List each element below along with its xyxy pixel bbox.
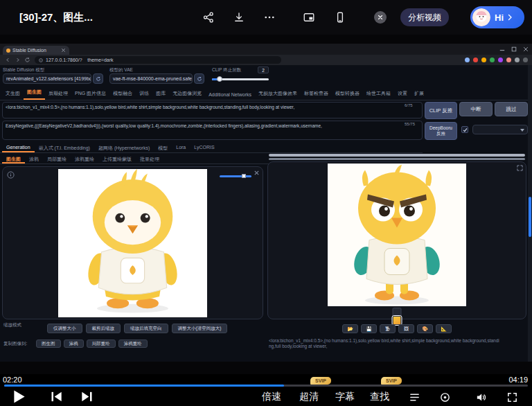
tab-txt2img[interactable]: 文生图	[2, 88, 24, 100]
page-scrollbar[interactable]	[528, 65, 532, 362]
tab-tag-inspector[interactable]: 标签检查器	[301, 88, 332, 100]
gen-tab-lora[interactable]: Lora	[172, 143, 190, 152]
tab-extras[interactable]: 后期处理	[45, 88, 71, 100]
playback-speed-button[interactable]: 倍速	[262, 391, 281, 403]
window-controls[interactable]	[499, 46, 529, 52]
brush-size-slider[interactable]	[220, 175, 251, 177]
imgtab-batch[interactable]: 批量处理	[136, 154, 163, 164]
copy-to-img2img-button[interactable]: 图生图	[36, 339, 61, 348]
tab-extensions[interactable]: 扩展	[411, 88, 427, 100]
fullscreen-preview-icon[interactable]	[517, 165, 523, 171]
assistant-button[interactable]: Hi	[470, 6, 524, 28]
send-to-img2img-button[interactable]: 🖼	[398, 324, 414, 333]
imgtab-inpaint-sketch[interactable]: 涂鸦重绘	[71, 154, 98, 164]
extension-icon[interactable]	[515, 58, 520, 62]
subtitle-button[interactable]: 字幕	[335, 391, 355, 403]
slider-handle[interactable]	[242, 174, 246, 178]
tab-train[interactable]: 训练	[136, 88, 152, 100]
volume-icon[interactable]	[475, 391, 487, 403]
interrogate-deepbooru-button[interactable]: DeepBooru 反推	[425, 122, 457, 140]
quality-button[interactable]: 超清	[299, 391, 319, 403]
capture-icon[interactable]	[439, 391, 451, 403]
url-bar[interactable]: 127.0.0.1:7860/?__theme=dark	[35, 56, 281, 64]
previous-episode-button[interactable]	[51, 391, 63, 402]
tab-upscale[interactable]: 无损放大图像效果	[255, 88, 301, 100]
minimize-icon[interactable]	[499, 46, 505, 52]
extension-icon[interactable]	[465, 58, 470, 62]
playlist-icon[interactable]	[409, 391, 420, 403]
imgtab-inpaint-upload[interactable]: 上传重绘蒙版	[98, 154, 136, 164]
maximize-icon[interactable]	[511, 46, 517, 52]
send-to-extras-button[interactable]: 📐	[436, 324, 452, 333]
gen-tab-generation[interactable]: Generation	[2, 143, 35, 152]
browser-tab[interactable]: Stable Diffusion	[3, 46, 69, 55]
extension-icon[interactable]	[506, 58, 511, 62]
extension-icon[interactable]	[490, 58, 495, 62]
find-button[interactable]: 查找	[370, 391, 389, 403]
video-frame[interactable]: Stable Diffusion 127.0.0.1:7860/?__theme…	[0, 35, 532, 374]
skip-button[interactable]: 跳过	[495, 102, 528, 116]
cast-to-device-icon[interactable]	[334, 11, 346, 24]
tab-settings[interactable]: 设置	[394, 88, 411, 100]
resize-option-latent[interactable]: 调整大小(潜空间放大)	[172, 324, 228, 333]
save-zip-button[interactable]: 🗜	[380, 324, 396, 333]
prompt-textarea[interactable]: <lora:bichon_v1_mix4:0.5>,(no humans:1.1…	[2, 102, 423, 118]
play-button[interactable]	[12, 389, 26, 404]
gen-tab-lycoris[interactable]: LyCORIS	[190, 143, 218, 152]
resize-option-fill[interactable]: 缩放后填充空白	[124, 324, 168, 333]
output-image[interactable]	[328, 164, 466, 306]
progress-bar[interactable]	[4, 385, 528, 387]
resize-option-just-resize[interactable]: 仅调整大小	[47, 324, 82, 333]
imgtab-inpaint[interactable]: 局部重绘	[43, 154, 71, 164]
extension-icon[interactable]	[473, 58, 478, 62]
picture-in-picture-icon[interactable]	[303, 11, 315, 24]
interrupt-button[interactable]: 中断	[459, 102, 493, 116]
analyze-video-button[interactable]: 分析视频	[400, 8, 449, 26]
extension-icon[interactable]	[498, 58, 503, 62]
model-select[interactable]: revAnimated_v122.safetensors [4199bcdd14…	[3, 73, 91, 84]
more-options-icon[interactable]	[263, 11, 276, 24]
resize-option-crop[interactable]: 裁剪后缩放	[86, 324, 121, 333]
tab-infinite-image-browser[interactable]: 无边图像浏览	[169, 88, 205, 100]
download-icon[interactable]	[233, 11, 245, 24]
fullscreen-icon[interactable]	[506, 391, 518, 403]
tab-png-info[interactable]: PNG 图片信息	[71, 88, 109, 100]
tab-close-icon[interactable]	[61, 48, 66, 53]
copy-to-inpaint-button[interactable]: 局部重绘	[87, 339, 116, 348]
reload-icon[interactable]	[24, 57, 30, 63]
window-close-icon[interactable]	[523, 46, 529, 52]
profile-avatar-icon[interactable]	[523, 58, 528, 62]
interrogate-clip-button[interactable]: CLIP 反推	[425, 102, 457, 119]
site-info-icon[interactable]	[39, 58, 43, 62]
clip-skip-slider[interactable]	[212, 78, 269, 80]
slider-handle[interactable]	[217, 76, 222, 82]
info-icon[interactable]	[7, 171, 15, 179]
tab-img2img[interactable]: 图生图	[24, 88, 45, 100]
remove-image-icon[interactable]	[254, 170, 260, 176]
tab-model-converter[interactable]: 模型转换器	[332, 88, 363, 100]
refresh-vae-icon[interactable]	[194, 73, 204, 84]
clip-skip-value[interactable]: 2	[258, 67, 269, 73]
gen-tab-hypernetworks[interactable]: 超网络 (Hypernetworks)	[94, 143, 154, 152]
extension-icon[interactable]	[481, 58, 486, 62]
input-image[interactable]	[58, 169, 207, 317]
vae-select[interactable]: vae-ft-mse-840000-ema-pruned.safetensors	[109, 73, 193, 84]
tab-gallery[interactable]: 图库	[152, 88, 169, 100]
back-icon[interactable]	[5, 57, 11, 63]
save-image-button[interactable]: 💾	[361, 324, 377, 333]
tab-toolbox[interactable]: 绘世工具箱	[363, 88, 394, 100]
imgtab-img2img[interactable]: 图生图	[2, 154, 25, 164]
gen-tab-embeddings[interactable]: 嵌入式 (T.I. Embedding)	[35, 143, 94, 152]
close-icon[interactable]	[374, 11, 387, 24]
copy-to-inpaint-sketch-button[interactable]: 涂鸦重绘	[118, 339, 148, 348]
send-to-inpaint-button[interactable]: 🎨	[417, 324, 433, 333]
copy-to-sketch-button[interactable]: 涂鸦	[64, 339, 84, 348]
style-checkbox[interactable]	[461, 126, 468, 133]
next-episode-button[interactable]	[80, 391, 93, 402]
open-folder-button[interactable]: 📂	[342, 324, 358, 333]
tab-checkpoint-merger[interactable]: 模型融合	[109, 88, 136, 100]
forward-icon[interactable]	[15, 57, 21, 63]
negative-prompt-textarea[interactable]: EasyNegative,(((EasyNegativeV2,badhandv4…	[2, 121, 423, 140]
style-dropdown[interactable]	[472, 125, 528, 134]
gen-tab-checkpoints[interactable]: 模型	[154, 143, 172, 152]
